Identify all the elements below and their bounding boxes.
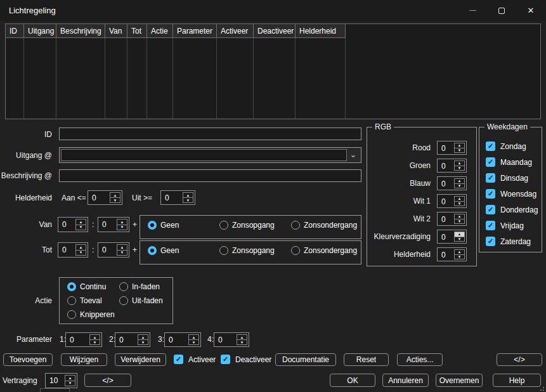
verwijderen-button[interactable]: Verwijderen	[115, 353, 166, 366]
ok-button[interactable]: OK	[330, 374, 375, 387]
annuleren-button[interactable]: Annuleren	[382, 374, 429, 387]
spin-up-icon[interactable]: ▲	[76, 245, 86, 251]
tot-minute-spinner[interactable]: 0 ▲▼	[98, 242, 129, 258]
blauw-spinner[interactable]: 0 ▲▼	[437, 176, 467, 190]
spin-down-icon[interactable]: ▼	[455, 237, 464, 242]
spin-down-icon[interactable]: ▼	[455, 202, 464, 206]
rgb-helderheid-spinner[interactable]: 0 ▲▼	[437, 247, 467, 261]
kleurverzadiging-spinner[interactable]: 0 ▲▼	[437, 230, 467, 244]
spin-up-icon[interactable]: ▲	[183, 193, 193, 198]
param4-spinner[interactable]: 0 ▲▼	[214, 332, 249, 347]
checkbox-activeer[interactable]: ✓Activeer	[174, 355, 216, 364]
tot-radio-geen[interactable]: Geen	[148, 246, 179, 255]
code-button-bottom[interactable]: </>	[84, 374, 131, 387]
spin-up-icon[interactable]: ▲	[138, 335, 148, 340]
spinner-buttons[interactable]: ▲▼	[454, 160, 465, 171]
checkbox-woensdag[interactable]: ✓Woensdag	[486, 189, 536, 199]
column-header-uitgang[interactable]: Uitgang	[24, 24, 56, 38]
spin-down-icon[interactable]: ▼	[117, 251, 127, 256]
beschrijving-input[interactable]	[59, 169, 361, 182]
spin-up-icon[interactable]: ▲	[237, 335, 247, 340]
spin-down-icon[interactable]: ▼	[455, 219, 464, 224]
spinner-buttons[interactable]: ▲▼	[117, 219, 127, 230]
resize-grip[interactable]	[543, 387, 544, 388]
param2-spinner[interactable]: 0 ▲▼	[115, 332, 150, 347]
checkbox-vrijdag[interactable]: ✓Vrijdag	[486, 221, 524, 230]
spinner-buttons[interactable]: ▲▼	[183, 192, 193, 203]
spin-down-icon[interactable]: ▼	[455, 184, 464, 188]
rules-table[interactable]: ID Uitgang Beschrijving Van Tot Actie Pa…	[5, 23, 541, 119]
spin-down-icon[interactable]: ▼	[455, 255, 464, 259]
spin-down-icon[interactable]: ▼	[76, 251, 86, 256]
vertraging-spinner[interactable]: 10 ▲▼	[45, 373, 77, 388]
spinner-buttons[interactable]: ▲▼	[138, 334, 148, 345]
spin-down-icon[interactable]: ▼	[183, 198, 193, 202]
checkbox-zaterdag[interactable]: ✓Zaterdag	[486, 237, 531, 246]
spinner-buttons[interactable]: ▲▼	[237, 334, 247, 345]
spin-up-icon[interactable]: ▲	[117, 219, 127, 225]
spinner-buttons[interactable]: ▲▼	[454, 196, 465, 206]
spinner-buttons[interactable]: ▲▼	[117, 244, 127, 256]
minimize-button[interactable]	[458, 0, 487, 21]
spin-up-icon[interactable]: ▲	[90, 335, 100, 340]
spin-down-icon[interactable]: ▼	[117, 225, 127, 230]
van-minute-spinner[interactable]: 0 ▲▼	[98, 217, 129, 232]
spinner-buttons[interactable]: ▲▼	[110, 192, 120, 203]
van-hour-spinner[interactable]: 0 ▲▼	[58, 217, 88, 232]
spinner-buttons[interactable]: ▲▼	[454, 249, 465, 259]
spin-down-icon[interactable]: ▼	[76, 225, 86, 230]
spinner-buttons[interactable]: ▲▼	[75, 244, 86, 256]
spin-up-icon[interactable]: ▲	[110, 193, 120, 198]
spin-up-icon[interactable]: ▲	[65, 376, 75, 381]
aan-spinner[interactable]: 0 ▲▼	[88, 190, 122, 205]
help-button[interactable]: Help	[493, 374, 541, 387]
spinner-buttons[interactable]: ▲▼	[454, 232, 465, 242]
spinner-buttons[interactable]: ▲▼	[454, 143, 465, 153]
actie-radio-knipperen[interactable]: Knipperen	[67, 310, 115, 319]
param3-spinner[interactable]: 0 ▲▼	[164, 332, 201, 347]
column-header-parameter[interactable]: Parameter	[173, 24, 216, 38]
column-header-id[interactable]: ID	[6, 24, 23, 38]
spin-up-icon[interactable]: ▲	[455, 161, 464, 166]
actie-radio-in-faden[interactable]: In-faden	[119, 282, 160, 291]
spin-up-icon[interactable]: ▲	[189, 335, 198, 340]
spin-down-icon[interactable]: ▼	[90, 340, 100, 344]
van-radio-zonsopgang[interactable]: Zonsopgang	[219, 221, 275, 230]
overnemen-button[interactable]: Overnemen	[436, 374, 483, 387]
spin-down-icon[interactable]: ▼	[138, 340, 148, 344]
van-radio-geen[interactable]: Geen	[148, 221, 179, 230]
id-input[interactable]	[59, 127, 361, 140]
spin-down-icon[interactable]: ▼	[110, 198, 120, 202]
checkbox-zondag[interactable]: ✓Zondag	[486, 141, 526, 151]
spin-up-icon[interactable]: ▲	[455, 197, 464, 202]
column-header-deactiveer[interactable]: Deactiveer	[254, 24, 295, 38]
spinner-buttons[interactable]: ▲▼	[65, 375, 75, 386]
spin-down-icon[interactable]: ▼	[237, 340, 247, 344]
tot-hour-spinner[interactable]: 0 ▲▼	[58, 242, 88, 258]
column-header-activeer[interactable]: Activeer	[217, 24, 253, 38]
checkbox-maandag[interactable]: ✓Maandag	[486, 157, 532, 167]
documentatie-button[interactable]: Documentatie	[275, 353, 336, 366]
toevoegen-button[interactable]: Toevoegen	[3, 353, 53, 366]
tot-radio-zonsopgang[interactable]: Zonsopgang	[219, 246, 275, 255]
column-header-beschrijving[interactable]: Beschrijving	[56, 24, 105, 38]
column-header-actie[interactable]: Actie	[147, 24, 172, 38]
spin-down-icon[interactable]: ▼	[65, 381, 75, 386]
close-button[interactable]: ✕	[516, 0, 545, 21]
actie-radio-uit-faden[interactable]: Uit-faden	[119, 296, 163, 305]
acties-button[interactable]: Acties...	[397, 353, 443, 366]
spin-up-icon[interactable]: ▲	[455, 143, 464, 148]
column-header-tot[interactable]: Tot	[127, 24, 146, 38]
spin-down-icon[interactable]: ▼	[455, 166, 464, 171]
uitgang-dropdown-value[interactable]	[61, 149, 347, 161]
spin-up-icon[interactable]: ▲	[455, 250, 464, 255]
param1-spinner[interactable]: 0 ▲▼	[65, 332, 102, 347]
spinner-buttons[interactable]: ▲▼	[454, 178, 465, 188]
wit1-spinner[interactable]: 0 ▲▼	[437, 194, 467, 208]
spinner-buttons[interactable]: ▲▼	[454, 214, 465, 224]
actie-radio-continu[interactable]: Continu	[67, 282, 106, 291]
uitgang-dropdown[interactable]: ⌄	[59, 147, 361, 163]
spinner-buttons[interactable]: ▲▼	[188, 334, 199, 345]
spin-up-icon[interactable]: ▲	[76, 219, 86, 225]
uit-spinner[interactable]: 0 ▲▼	[160, 190, 195, 205]
